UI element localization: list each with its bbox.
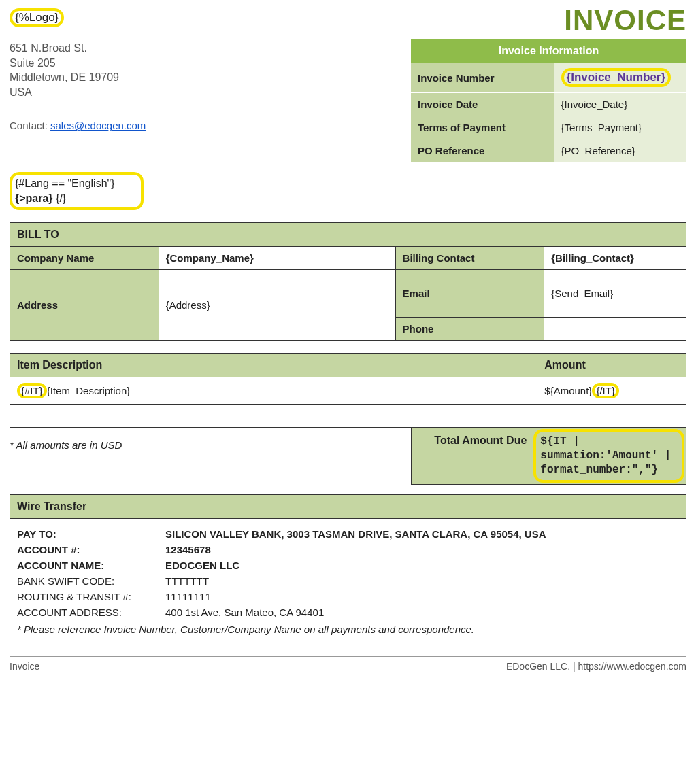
total-amount-formula: ${IT | summation:'Amount' | format_numbe… bbox=[533, 429, 684, 482]
invoice-number-cell: {Invoice_Number} bbox=[554, 63, 686, 93]
item-amount-cell: ${Amount}{/IT} bbox=[537, 377, 686, 405]
wire-account-name-label: ACCOUNT NAME: bbox=[17, 560, 165, 571]
contact-email-link[interactable]: sales@edocgen.com bbox=[50, 120, 146, 131]
lang-conditional-block: {#Lang == "English"} {>para} {/} bbox=[10, 172, 686, 210]
amounts-note: * All amounts are in USD bbox=[10, 432, 411, 451]
footer-right: EDocGen LLC. | https://www.edocgen.com bbox=[506, 661, 686, 672]
invoice-date-label: Invoice Date bbox=[411, 93, 554, 116]
po-reference-label: PO Reference bbox=[411, 139, 554, 163]
invoice-number-label: Invoice Number bbox=[411, 63, 554, 93]
wire-transfer-body: PAY TO: SILICON VALLEY BANK, 3003 TASMAN… bbox=[10, 518, 686, 641]
wire-transfer-header: Wire Transfer bbox=[10, 494, 686, 518]
wire-routing-value: 11111111 bbox=[165, 591, 211, 602]
lang-conditional-line1: {#Lang == "English"} bbox=[15, 177, 115, 190]
terms-payment-label: Terms of Payment bbox=[411, 116, 554, 139]
wire-account-addr-row: ACCOUNT ADDRESS: 400 1st Ave, San Mateo,… bbox=[17, 607, 679, 618]
address-value: {Address} bbox=[159, 270, 395, 341]
item-blank-row bbox=[10, 405, 686, 428]
logo-placeholder-text: {%Logo} bbox=[10, 8, 64, 27]
footer: Invoice EDocGen LLC. | https://www.edocg… bbox=[10, 656, 686, 672]
email-value: {Send_Email} bbox=[544, 270, 686, 318]
lang-conditional-highlight: {#Lang == "English"} {>para} {/} bbox=[10, 172, 144, 210]
wire-routing-row: ROUTING & TRANSIT #: 11111111 bbox=[17, 591, 679, 602]
bill-to-header: BILL TO bbox=[10, 223, 686, 247]
billing-contact-label: Billing Contact bbox=[395, 247, 544, 270]
wire-account-addr-value: 400 1st Ave, San Mateo, CA 94401 bbox=[165, 607, 324, 618]
item-row: {#IT}{Item_Description} ${Amount}{/IT} bbox=[10, 377, 686, 405]
wire-pay-to-row: PAY TO: SILICON VALLEY BANK, 3003 TASMAN… bbox=[17, 528, 679, 540]
total-section: * All amounts are in USD Total Amount Du… bbox=[10, 427, 686, 484]
wire-note: * Please reference Invoice Number, Custo… bbox=[17, 624, 679, 635]
total-box: Total Amount Due ${IT | summation:'Amoun… bbox=[411, 427, 686, 484]
phone-label: Phone bbox=[395, 318, 544, 341]
company-name-label: Company Name bbox=[10, 247, 159, 270]
wire-account-addr-label: ACCOUNT ADDRESS: bbox=[17, 607, 165, 618]
wire-transfer-table: Wire Transfer PAY TO: SILICON VALLEY BAN… bbox=[10, 494, 686, 641]
wire-pay-to-label: PAY TO: bbox=[17, 528, 165, 540]
header-section: {%Logo} INVOICE 651 N.Broad St. Suite 20… bbox=[10, 8, 686, 131]
lang-conditional-line2: {>para} {/} bbox=[15, 192, 115, 205]
address-label: Address bbox=[10, 270, 159, 341]
item-loop-close-tag: {/IT} bbox=[592, 383, 619, 398]
contact-label: Contact: bbox=[10, 120, 50, 131]
wire-account-num-row: ACCOUNT #: 12345678 bbox=[17, 544, 679, 556]
billing-contact-value: {Billing_Contact} bbox=[544, 247, 686, 270]
item-description-header: Item Description bbox=[10, 354, 537, 377]
invoice-number-value: {Invoice_Number} bbox=[561, 68, 672, 87]
wire-account-num-label: ACCOUNT #: bbox=[17, 544, 165, 556]
invoice-info-table: Invoice Information Invoice Number {Invo… bbox=[411, 39, 686, 163]
phone-value bbox=[544, 318, 686, 341]
wire-swift-value: TTTTTTT bbox=[165, 575, 209, 587]
item-amount-value: ${Amount} bbox=[544, 385, 592, 396]
wire-account-name-row: ACCOUNT NAME: EDOCGEN LLC bbox=[17, 560, 679, 571]
bill-to-table: BILL TO Company Name {Company_Name} Bill… bbox=[10, 222, 686, 341]
wire-account-num-value: 12345678 bbox=[165, 544, 211, 556]
invoice-date-value: {Invoice_Date} bbox=[554, 93, 686, 116]
company-name-value: {Company_Name} bbox=[159, 247, 395, 270]
items-table: Item Description Amount {#IT}{Item_Descr… bbox=[10, 353, 686, 428]
amount-header: Amount bbox=[537, 354, 686, 377]
wire-swift-row: BANK SWIFT CODE: TTTTTTT bbox=[17, 575, 679, 587]
wire-swift-label: BANK SWIFT CODE: bbox=[17, 575, 165, 587]
lang-para-tag: {>para} bbox=[15, 192, 53, 204]
invoice-title: INVOICE bbox=[564, 4, 686, 37]
total-amount-label: Total Amount Due bbox=[412, 428, 532, 483]
wire-account-name-value: EDOCGEN LLC bbox=[165, 560, 239, 571]
email-label: Email bbox=[395, 270, 544, 318]
footer-left: Invoice bbox=[10, 661, 39, 672]
item-description-cell: {#IT}{Item_Description} bbox=[10, 377, 537, 405]
wire-routing-label: ROUTING & TRANSIT #: bbox=[17, 591, 165, 602]
item-loop-open-tag: {#IT} bbox=[17, 383, 47, 398]
lang-close-tag: {/} bbox=[53, 192, 67, 204]
wire-pay-to-value: SILICON VALLEY BANK, 3003 TASMAN DRIVE, … bbox=[165, 528, 546, 540]
item-description-value: {Item_Description} bbox=[47, 385, 131, 396]
invoice-info-header: Invoice Information bbox=[411, 39, 686, 63]
po-reference-value: {PO_Reference} bbox=[554, 139, 686, 163]
terms-payment-value: {Terms_Payment} bbox=[554, 116, 686, 139]
